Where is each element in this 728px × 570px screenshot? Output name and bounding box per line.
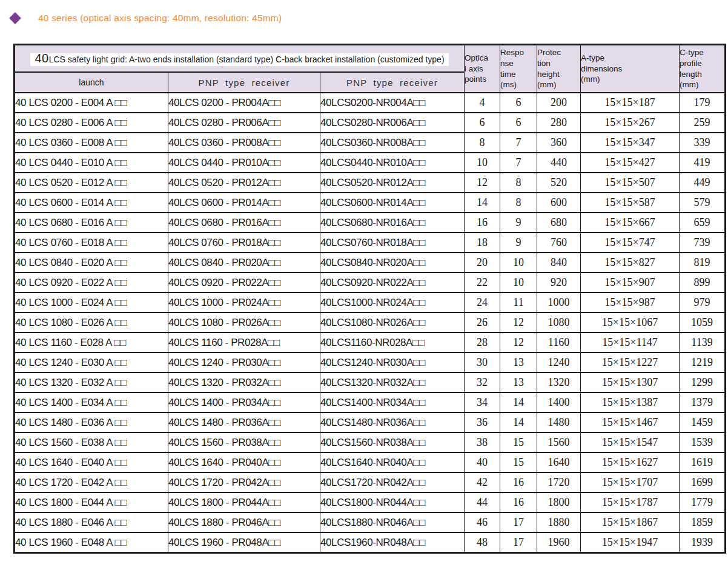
pnp-receiver-model-cell: 40LCS 0760 - PR018A□□	[168, 233, 320, 253]
table-row: 40 LCS 1560 - E038 A □□ 40LCS 1560 - PR0…	[15, 432, 726, 452]
a-type-dimensions-cell: 15×15×747	[581, 233, 680, 253]
table-row: 40 LCS 0440 - E010 A □□ 40LCS 0440 - PR0…	[15, 153, 726, 173]
launch-model-cell: 40 LCS 0200 - E004 A □□	[15, 93, 168, 113]
col-header-optical-axis-points: Optica l axis points	[465, 45, 500, 93]
launch-model-cell: 40 LCS 1800 - E044 A □□	[15, 492, 168, 512]
protection-height-cell: 1080	[537, 313, 581, 333]
protection-height-cell: 1880	[537, 512, 581, 532]
table-row: 40 LCS 1080 - E026 A □□ 40LCS 1080 - PR0…	[15, 313, 726, 333]
table-title-prefix: 40	[35, 51, 48, 65]
pnp-receiver-model-cell: 40LCS 1000 - PR024A□□	[168, 293, 320, 313]
response-time-cell: 17	[500, 532, 537, 553]
a-type-dimensions-cell: 15×15×1787	[581, 492, 680, 512]
response-time-cell: 6	[500, 113, 537, 133]
optical-axis-points-cell: 40	[465, 452, 500, 472]
launch-model-cell: 40 LCS 1720 - E042 A □□	[15, 472, 168, 492]
protection-height-cell: 1800	[537, 492, 581, 512]
pnp-receiver-model-cell: 40LCS 0200 - PR004A□□	[168, 93, 320, 113]
table-row: 40 LCS 0600 - E014 A □□ 40LCS 0600 - PR0…	[15, 193, 726, 213]
c-type-profile-length-cell: 659	[680, 213, 726, 233]
pnp-receiver-model-cell: 40LCS 0440 - PR010A□□	[168, 153, 320, 173]
protection-height-cell: 840	[537, 253, 581, 273]
c-type-profile-length-cell: 1059	[680, 313, 726, 333]
launch-model-cell: 40 LCS 1960 - E048 A □□	[15, 532, 168, 553]
a-type-dimensions-cell: 15×15×667	[581, 213, 680, 233]
a-type-dimensions-cell: 15×15×1307	[581, 373, 680, 393]
protection-height-cell: 760	[537, 233, 581, 253]
c-type-profile-length-cell: 819	[680, 253, 726, 273]
protection-height-cell: 1960	[537, 532, 581, 553]
a-type-dimensions-cell: 15×15×187	[581, 93, 680, 113]
npn-receiver-model-cell: 40LCS1480-NR036A□□	[320, 413, 465, 432]
optical-axis-points-cell: 36	[465, 413, 500, 432]
table-row: 40 LCS 0360 - E008 A □□ 40LCS 0360 - PR0…	[15, 133, 726, 153]
table-row: 40 LCS 1960 - E048 A □□ 40LCS 1960 - PR0…	[15, 532, 726, 553]
protection-height-cell: 600	[537, 193, 581, 213]
c-type-profile-length-cell: 979	[680, 293, 726, 313]
response-time-cell: 13	[500, 373, 537, 393]
a-type-dimensions-cell: 15×15×1547	[581, 432, 680, 452]
a-type-dimensions-cell: 15×15×1467	[581, 413, 680, 432]
pnp-receiver-model-cell: 40LCS 1320 - PR032A□□	[168, 373, 320, 393]
c-type-profile-length-cell: 1859	[680, 512, 726, 532]
optical-axis-points-cell: 22	[465, 273, 500, 293]
launch-model-cell: 40 LCS 0360 - E008 A □□	[15, 133, 168, 153]
pnp-receiver-model-cell: 40LCS 1480 - PR036A□□	[168, 413, 320, 432]
optical-axis-points-cell: 20	[465, 253, 500, 273]
response-time-cell: 16	[500, 472, 537, 492]
c-type-profile-length-cell: 419	[680, 153, 726, 173]
response-time-cell: 7	[500, 133, 537, 153]
a-type-dimensions-cell: 15×15×1867	[581, 512, 680, 532]
protection-height-cell: 200	[537, 93, 581, 113]
col-header-c-type-profile-length: C-type profile length (mm)	[680, 45, 726, 93]
table-body: 40 LCS 0200 - E004 A □□ 40LCS 0200 - PR0…	[15, 93, 726, 553]
a-type-dimensions-cell: 15×15×427	[581, 153, 680, 173]
optical-axis-points-cell: 32	[465, 373, 500, 393]
response-time-cell: 8	[500, 173, 537, 193]
response-time-cell: 16	[500, 492, 537, 512]
pnp-receiver-model-cell: 40LCS 0600 - PR014A□□	[168, 193, 320, 213]
col-header-pnp-receiver: PNP type receiver	[168, 72, 320, 93]
launch-model-cell: 40 LCS 0680 - E016 A □□	[15, 213, 168, 233]
a-type-dimensions-cell: 15×15×1707	[581, 472, 680, 492]
c-type-profile-length-cell: 179	[680, 93, 726, 113]
model-spec-table: 40LCS safety light grid: A-two ends inst…	[13, 44, 726, 554]
npn-receiver-model-cell: 40LCS0520-NR012A□□	[320, 173, 465, 193]
datasheet-page: 40 series (optical axis spacing: 40mm, r…	[0, 0, 728, 570]
optical-axis-points-cell: 6	[465, 113, 500, 133]
launch-model-cell: 40 LCS 1400 - E034 A □□	[15, 393, 168, 413]
table-row: 40 LCS 1160 - E028 A □□ 40LCS 1160 - PR0…	[15, 333, 726, 353]
optical-axis-points-cell: 16	[465, 213, 500, 233]
launch-model-cell: 40 LCS 0440 - E010 A □□	[15, 153, 168, 173]
launch-model-cell: 40 LCS 1480 - E036 A □□	[15, 413, 168, 432]
launch-model-cell: 40 LCS 0520 - E012 A □□	[15, 173, 168, 193]
npn-receiver-model-cell: 40LCS0840-NR020A□□	[320, 253, 465, 273]
launch-model-cell: 40 LCS 0280 - E006 A □□	[15, 113, 168, 133]
optical-axis-points-cell: 10	[465, 153, 500, 173]
table-row: 40 LCS 1320 - E032 A □□ 40LCS 1320 - PR0…	[15, 373, 726, 393]
launch-model-cell: 40 LCS 1080 - E026 A □□	[15, 313, 168, 333]
npn-receiver-model-cell: 40LCS0680-NR016A□□	[320, 213, 465, 233]
pnp-receiver-model-cell: 40LCS 1880 - PR046A□□	[168, 512, 320, 532]
a-type-dimensions-cell: 15×15×987	[581, 293, 680, 313]
pnp-receiver-model-cell: 40LCS 1960 - PR048A□□	[168, 532, 320, 553]
pnp-receiver-model-cell: 40LCS 0840 - PR020A□□	[168, 253, 320, 273]
c-type-profile-length-cell: 899	[680, 273, 726, 293]
launch-model-cell: 40 LCS 1000 - E024 A □□	[15, 293, 168, 313]
pnp-receiver-model-cell: 40LCS 1560 - PR038A□□	[168, 432, 320, 452]
protection-height-cell: 1560	[537, 432, 581, 452]
response-time-cell: 7	[500, 153, 537, 173]
launch-model-cell: 40 LCS 0600 - E014 A □□	[15, 193, 168, 213]
c-type-profile-length-cell: 1939	[680, 532, 726, 553]
table-row: 40 LCS 0520 - E012 A □□ 40LCS 0520 - PR0…	[15, 173, 726, 193]
protection-height-cell: 1240	[537, 353, 581, 373]
protection-height-cell: 1000	[537, 293, 581, 313]
optical-axis-points-cell: 38	[465, 432, 500, 452]
optical-axis-points-cell: 42	[465, 472, 500, 492]
a-type-dimensions-cell: 15×15×507	[581, 173, 680, 193]
optical-axis-points-cell: 44	[465, 492, 500, 512]
response-time-cell: 13	[500, 353, 537, 373]
protection-height-cell: 440	[537, 153, 581, 173]
response-time-cell: 14	[500, 413, 537, 432]
table-row: 40 LCS 1640 - E040 A □□ 40LCS 1640 - PR0…	[15, 452, 726, 472]
